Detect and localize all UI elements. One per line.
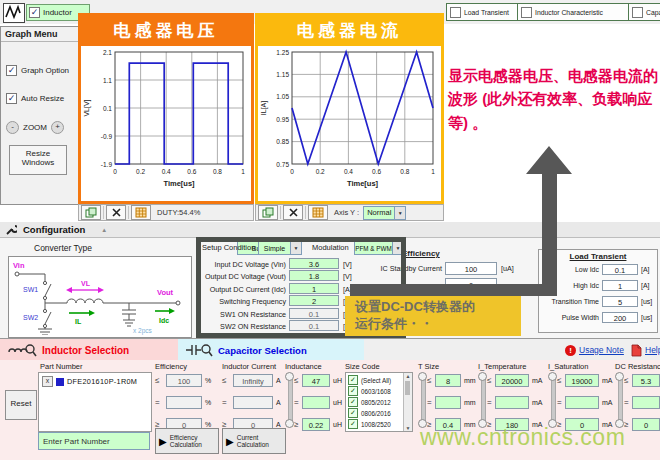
range-slider[interactable] (418, 372, 427, 428)
part-number-list[interactable]: x DFE201610P-1R0M (38, 372, 152, 432)
graph-option-row[interactable]: ✓ Graph Option (6, 65, 69, 76)
current-calculation-button[interactable]: ▶ Current Calculation (222, 428, 286, 454)
svg-text:1.15: 1.15 (276, 71, 289, 78)
load-transient-panel: Load Transient Low Idc0.1[A]High Idc1[A]… (538, 249, 658, 333)
filter-value-input[interactable] (166, 396, 202, 409)
field-input[interactable]: 2 (289, 295, 339, 306)
size-code-option[interactable]: ✓0603/1608 (348, 386, 391, 396)
tab-inductor-selection[interactable]: Inductor Selection (0, 339, 178, 361)
filter-value-input[interactable]: 0 (632, 418, 660, 431)
size-code-option[interactable]: ✓0806/2016 (348, 408, 391, 418)
filter-value-input[interactable]: 5.3 (632, 374, 660, 387)
copy-graph-button[interactable] (81, 205, 101, 220)
graph-option-checkbox[interactable]: ✓ (6, 65, 17, 76)
size-code-checkbox[interactable]: ✓ (348, 386, 358, 396)
zoom-in-button[interactable]: + (51, 121, 64, 134)
inductor-checkbox[interactable]: ✓ (29, 7, 40, 18)
size-code-checkbox[interactable]: ✓ (348, 397, 358, 407)
size-code-option[interactable]: ✓(Select All) (348, 375, 391, 385)
load-transient-label: Load Transient (464, 9, 509, 16)
range-slider[interactable] (285, 372, 294, 428)
configuration-header[interactable]: Configuration ▲ (0, 222, 660, 238)
range-slider[interactable] (548, 372, 557, 428)
slider-handle-max[interactable] (548, 372, 557, 381)
waveform-annotation: 显示电感器电压、电感器电流的波形 (此外还有效率、负载响应等) 。 (448, 64, 660, 134)
scrollbar-thumb[interactable] (405, 381, 410, 395)
size-code-scrollbar[interactable]: ▲▼ (403, 373, 412, 431)
usage-note-link[interactable]: ! Usage Note (558, 339, 624, 361)
load-transient-row: High Idc1[A] (539, 280, 659, 292)
filter-value-input[interactable] (302, 396, 330, 409)
range-slider[interactable] (478, 372, 487, 428)
size-code-option[interactable]: ✓1008/2520 (348, 419, 391, 429)
efficiency-calculation-button[interactable]: ▶ Efficiency Calculation (155, 428, 219, 454)
svg-text:0.6: 0.6 (187, 168, 196, 175)
inductor-characteristic-checkbox[interactable]: ✓ (521, 7, 532, 18)
filter-value-input[interactable]: 0.22 (302, 418, 330, 431)
efficiency-secondary-input[interactable]: 0 (445, 278, 497, 291)
filter-value-input[interactable]: 47 (302, 374, 330, 387)
help-link[interactable]: Help (624, 339, 660, 361)
export-data-button[interactable] (308, 205, 328, 220)
size-code-option[interactable]: ✓0805/2012 (348, 397, 391, 407)
field-input[interactable]: 0.1 (602, 264, 638, 275)
field-input[interactable]: 1 (289, 283, 339, 294)
part-list-item[interactable]: x DFE201610P-1R0M (42, 376, 137, 387)
inductor-characteristic-button[interactable]: ✓ Inductor Characteristic (517, 3, 633, 21)
waveform-tool-button[interactable] (3, 3, 25, 23)
ic-standby-current-input[interactable]: 100 (445, 262, 497, 275)
slider-handle-max[interactable] (418, 372, 427, 381)
size-code-checkbox[interactable]: ✓ (348, 375, 358, 385)
slider-handle-max[interactable] (615, 372, 624, 381)
capacitor-button[interactable]: ✓ Capacitor (628, 3, 660, 21)
field-input[interactable]: 1.8 (289, 270, 339, 281)
load-transient-button[interactable]: ✓ Load Transient (446, 3, 522, 21)
svg-text:0.2: 0.2 (316, 168, 325, 175)
field-input[interactable]: 5 (602, 296, 638, 307)
size-code-checkbox[interactable]: ✓ (348, 419, 358, 429)
export-data-button[interactable] (131, 205, 151, 220)
field-input[interactable]: 0.1 (289, 308, 339, 319)
slider-handle-max[interactable] (285, 372, 294, 381)
resize-windows-button[interactable]: Resize Windows (9, 145, 67, 175)
slider-handle-max[interactable] (478, 372, 487, 381)
filter-value-input[interactable]: 19000 (565, 374, 599, 387)
zoom-out-button[interactable]: - (6, 121, 19, 134)
size-code-checkbox[interactable]: ✓ (348, 408, 358, 418)
field-input[interactable]: 3.6 (289, 258, 339, 269)
field-input[interactable]: 1 (602, 280, 638, 291)
tab-capacitor-selection[interactable]: Capacitor Selection (178, 339, 364, 361)
axis-y-select[interactable]: Normal ▼ (363, 206, 406, 220)
load-transient-checkbox[interactable]: ✓ (450, 7, 461, 18)
modulation-select[interactable]: PFM & PWM ▼ (354, 241, 404, 255)
filter-value-input[interactable]: 100 (166, 374, 202, 387)
auto-resize-row[interactable]: ✓ Auto Resize (6, 93, 64, 104)
collapse-icon[interactable]: ▲ (101, 227, 107, 233)
setup-condition-select[interactable]: Simple ▼ (258, 241, 302, 255)
auto-resize-checkbox[interactable]: ✓ (6, 93, 17, 104)
slider-handle-min[interactable] (285, 419, 294, 428)
range-slider[interactable] (615, 372, 624, 428)
part-number-input[interactable] (38, 432, 150, 450)
filter-value-input[interactable] (495, 396, 529, 409)
field-unit: [A] (641, 282, 650, 289)
capacitor-checkbox[interactable]: ✓ (632, 7, 643, 18)
ic-standby-current-label: IC Standby Current (356, 264, 442, 273)
filter-value-input[interactable] (435, 396, 461, 409)
copy-graph-button[interactable] (258, 205, 278, 220)
filter-value-input[interactable] (632, 396, 660, 409)
filter-value-input[interactable]: Infinity (233, 374, 273, 387)
graph-settings-button[interactable] (106, 205, 126, 220)
size-code-list[interactable]: ✓(Select All)✓0603/1608✓0805/2012✓0806/2… (345, 372, 413, 432)
remove-part-checkbox[interactable]: x (42, 376, 53, 387)
filter-value-input[interactable] (565, 396, 599, 409)
graph-settings-button[interactable] (283, 205, 303, 220)
field-input[interactable]: 200 (602, 312, 638, 323)
field-input[interactable]: 0.1 (289, 320, 339, 331)
reset-button[interactable]: Reset (5, 390, 37, 420)
filter-value-input[interactable] (233, 396, 273, 409)
tools-icon (288, 207, 299, 218)
filter-value-input[interactable]: 8 (435, 374, 461, 387)
graph1-status-bar: DUTY:54.4% (78, 204, 254, 221)
filter-value-input[interactable]: 20000 (495, 374, 529, 387)
